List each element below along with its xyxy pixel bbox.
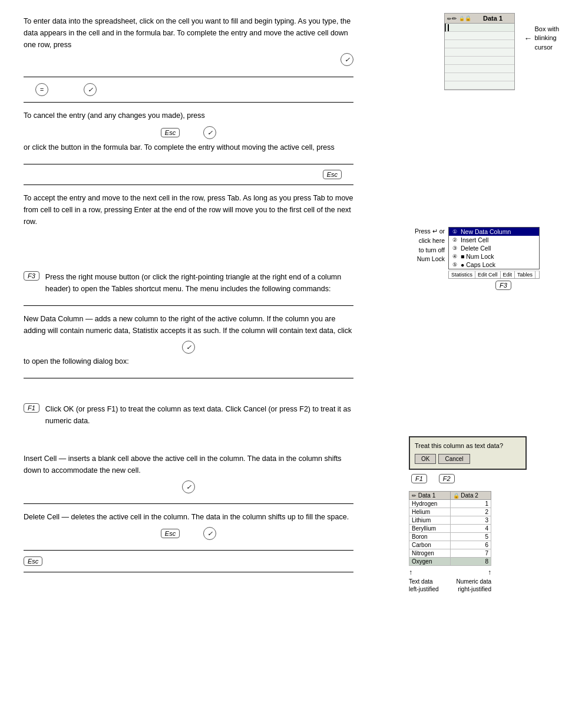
cell-text: Boron [409,533,451,541]
context-menu-note: Press ↵ orclick hereto turn offNum Lock [415,227,445,290]
cell-text: Lithium [409,516,451,525]
section-f3: F3 Press the right mouse button (or clic… [24,268,353,301]
f1-text: Click OK (or press F1) to treat the colu… [45,403,353,427]
context-menu-area: Press ↵ orclick hereto turn offNum Lock … [415,227,550,290]
context-menu-box-wrapper: ① New Data Column ② Insert Cell ③ Delete… [448,227,540,290]
pencil-icon: ✏ [447,15,457,22]
check-key-3: ✓ [182,341,195,354]
esc-key-3: Esc [161,529,180,538]
insert-check-line: ✓ [24,479,353,495]
divider-2 [24,102,353,103]
table-row: Beryllium4 [409,525,491,533]
dialog-box: Treat this column as text data? OK Cance… [409,436,527,470]
delete-cell-text: Delete Cell — deletes the active cell in… [24,511,353,523]
spacer-3 [24,437,353,449]
cell-text: Helium [409,508,451,516]
cell-text: Hydrogen [409,500,451,508]
data-table-row-3 [445,48,514,57]
menu-label-5: ● Caps Lock [461,261,495,268]
menu-num-5: ⑤ [452,262,458,268]
check-key-line: ✓ [24,339,353,355]
formula-bar-keys: = ✓ [24,81,353,98]
esc-right-line: Esc [24,168,353,181]
divider-1 [24,77,353,77]
checkmark-key: ✓ [84,83,97,96]
menu-label-3: Delete Cell [461,245,491,252]
cell-text: Beryllium [409,525,451,533]
menu-num-4: ④ [452,253,458,259]
menu-item-delete: ③ Delete Cell [449,244,539,252]
data-table-box: ✏ 🔒 Data 1 [444,13,515,90]
section-f1: F1 Click OK (or press F1) to treat the c… [24,400,353,433]
data-table-row-2 [445,40,514,48]
cell-num: 3 [450,516,491,525]
table2-labels: ↑Text dataleft-justified ↑Numeric datari… [409,568,491,593]
data-table-wrapper: ✏ 🔒 Data 1 ← Box withblinkingcur [444,13,515,90]
data-table-row-4 [445,57,514,65]
f1-row: F1 Click OK (or press F1) to treat the c… [24,403,353,429]
cell-num: 7 [450,549,491,558]
col1-header: ✏ Data 1 [409,492,451,500]
delete-keys-line: Esc ✓ [24,525,353,542]
divider-7 [24,503,353,504]
menu-item-numlock: ④ ■ Num Lock [449,252,539,261]
cell-num: 4 [450,525,491,533]
spacer-2 [24,382,353,400]
data-table-row-6 [445,73,514,81]
f1-key: F1 [24,403,39,413]
esc-key-final: Esc [24,556,42,566]
menu-item-new-col: ① New Data Column [449,228,539,236]
table-row: Hydrogen1 [409,500,491,508]
table-row: Lithium3 [409,516,491,525]
data-table-panel: ✏ 🔒 Data 1 ← Box withblinkingcur [444,13,544,90]
check-key-2: ✓ [203,126,216,139]
status-tables: Tables [515,271,535,278]
divider-9 [24,572,353,572]
cell-num: 6 [450,541,491,549]
cell-num: 1 [450,500,491,508]
lock-icon: 🔒 [459,15,471,21]
col2-header: 🔒 Data 2 [450,492,491,500]
bottom-right-panel: Treat this column as text data? OK Cance… [409,436,550,593]
f3-section-row: F3 Press the right mouse button (or clic… [24,271,353,297]
context-menu-box: ① New Data Column ② Insert Cell ③ Delete… [448,227,540,269]
cell-text: Oxygen [409,558,451,566]
new-col-after: to open the following dialog box: [24,355,353,367]
cursor-label: Box withblinkingcursor [534,25,559,52]
new-col-text: New Data Column — adds a new column to t… [24,313,353,337]
table-row: Nitrogen7 [409,549,491,558]
menu-label-2: Insert Cell [461,236,488,243]
data-table-row-5 [445,65,514,73]
final-esc-line: Esc [24,554,353,568]
enter-key-badge: ✓ [340,53,353,66]
data-table-row-1 [445,32,514,40]
menu-label-1: New Data Column [461,228,511,235]
divider-8 [24,550,353,551]
section-new-col: New Data Column — adds a new column to t… [24,309,353,373]
dialog-buttons: OK Cancel [415,454,521,464]
blinking-cursor [448,24,449,31]
menu-label-4: ■ Num Lock [461,253,494,260]
dialog-ok-button[interactable]: OK [415,454,436,464]
section-insert-cell: Insert Cell — inserts a blank cell above… [24,449,353,499]
insert-cell-text: Insert Cell — inserts a blank cell above… [24,453,353,476]
esc-key: Esc [161,128,180,137]
spacer-1 [24,238,353,268]
section2-text: To cancel the entry (and any changes you… [24,110,353,121]
dialog-key-labels: F1 F2 [409,472,550,485]
f3-text: Press the right mouse button (or click t… [45,271,353,295]
table-row: Helium2 [409,508,491,516]
data-table-title: Data 1 [474,15,512,22]
cursor-annotation: ← Box withblinkingcursor [524,25,559,52]
f3-key: F3 [24,271,39,281]
data-table-row-active [445,24,514,32]
status-statistics: Statistics [449,271,475,278]
cell-num: 2 [450,508,491,516]
data-table-row-7 [445,81,514,90]
pencil-col-icon: ✏ [412,493,416,499]
divider-4 [24,185,353,185]
cell-text: Carbon [409,541,451,549]
arrow-left-icon: ← [524,34,532,43]
label-num-data: ↑Numeric dataright-justified [457,568,491,593]
dialog-cancel-button[interactable]: Cancel [438,454,470,464]
